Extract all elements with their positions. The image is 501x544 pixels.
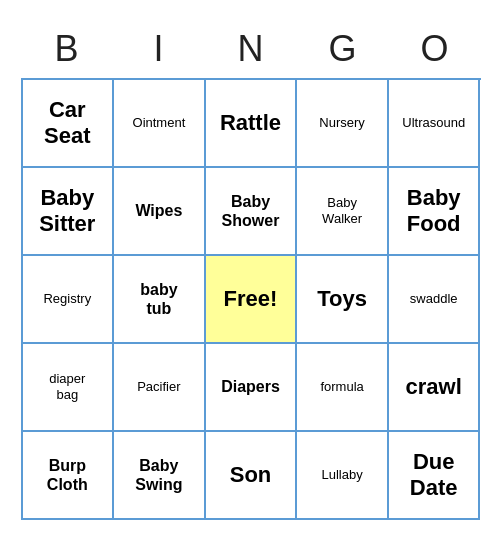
- bingo-cell: Wipes: [114, 168, 206, 256]
- bingo-header: BINGO: [21, 24, 481, 74]
- cell-text: BurpCloth: [47, 456, 88, 494]
- cell-text: BabySitter: [39, 185, 95, 238]
- cell-text: Diapers: [221, 377, 280, 396]
- bingo-grid: CarSeatOintmentRattleNurseryUltrasoundBa…: [21, 78, 481, 520]
- bingo-cell: Ointment: [114, 80, 206, 168]
- bingo-cell: DueDate: [389, 432, 481, 520]
- bingo-cell: swaddle: [389, 256, 481, 344]
- bingo-cell: Lullaby: [297, 432, 389, 520]
- bingo-cell: BabySwing: [114, 432, 206, 520]
- cell-text: BabyFood: [407, 185, 461, 238]
- cell-text: Pacifier: [137, 379, 180, 395]
- cell-text: DueDate: [410, 449, 458, 502]
- bingo-cell: Rattle: [206, 80, 298, 168]
- bingo-cell: CarSeat: [23, 80, 115, 168]
- bingo-cell: crawl: [389, 344, 481, 432]
- bingo-cell: Nursery: [297, 80, 389, 168]
- cell-text: formula: [320, 379, 363, 395]
- cell-text: diaperbag: [49, 371, 85, 402]
- cell-text: babytub: [140, 280, 177, 318]
- cell-text: swaddle: [410, 291, 458, 307]
- header-letter: B: [21, 24, 113, 74]
- bingo-cell: Toys: [297, 256, 389, 344]
- bingo-cell: babytub: [114, 256, 206, 344]
- bingo-cell: BurpCloth: [23, 432, 115, 520]
- cell-text: BabyShower: [222, 192, 280, 230]
- cell-text: crawl: [406, 374, 462, 400]
- bingo-cell: Free!: [206, 256, 298, 344]
- cell-text: CarSeat: [44, 97, 90, 150]
- bingo-cell: formula: [297, 344, 389, 432]
- bingo-cell: BabyWalker: [297, 168, 389, 256]
- bingo-cell: Registry: [23, 256, 115, 344]
- cell-text: Rattle: [220, 110, 281, 136]
- bingo-cell: diaperbag: [23, 344, 115, 432]
- cell-text: Son: [230, 462, 272, 488]
- bingo-cell: Ultrasound: [389, 80, 481, 168]
- bingo-cell: BabyFood: [389, 168, 481, 256]
- cell-text: Free!: [224, 286, 278, 312]
- cell-text: Ointment: [133, 115, 186, 131]
- cell-text: Registry: [43, 291, 91, 307]
- bingo-cell: Diapers: [206, 344, 298, 432]
- cell-text: Lullaby: [321, 467, 362, 483]
- cell-text: BabyWalker: [322, 195, 362, 226]
- cell-text: Toys: [317, 286, 367, 312]
- header-letter: G: [297, 24, 389, 74]
- header-letter: O: [389, 24, 481, 74]
- bingo-cell: Pacifier: [114, 344, 206, 432]
- bingo-card: BINGO CarSeatOintmentRattleNurseryUltras…: [11, 14, 491, 530]
- cell-text: Nursery: [319, 115, 365, 131]
- bingo-cell: Son: [206, 432, 298, 520]
- header-letter: N: [205, 24, 297, 74]
- bingo-cell: BabyShower: [206, 168, 298, 256]
- cell-text: Wipes: [135, 201, 182, 220]
- bingo-cell: BabySitter: [23, 168, 115, 256]
- header-letter: I: [113, 24, 205, 74]
- cell-text: BabySwing: [135, 456, 182, 494]
- cell-text: Ultrasound: [402, 115, 465, 131]
